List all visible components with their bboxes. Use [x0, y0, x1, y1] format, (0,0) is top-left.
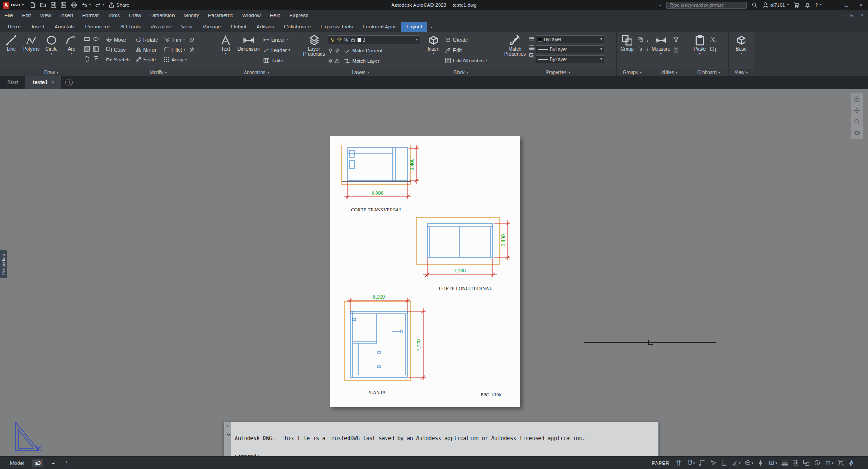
maximize-button[interactable]: □ — [841, 2, 852, 8]
account-button[interactable]: al7161▾ — [762, 2, 789, 8]
cut-icon[interactable] — [710, 37, 716, 43]
object-color-dropdown[interactable]: ByLayer▾ — [536, 35, 604, 43]
insert-block-button[interactable]: Insert▾ — [424, 33, 443, 69]
model-tab[interactable]: Model — [7, 459, 27, 467]
leader-button[interactable]: Leader▾ — [262, 46, 291, 54]
ribbon-tab-output[interactable]: Output — [226, 22, 252, 32]
ribbon-tab-layout[interactable]: Layout — [401, 22, 427, 32]
new-layout-button[interactable]: + — [49, 459, 57, 467]
polyline-button[interactable]: Polyline — [22, 33, 41, 69]
layout-tab-a3[interactable]: a3 — [32, 459, 43, 467]
notifications-button[interactable] — [804, 2, 811, 8]
layer-lock-tool-icon[interactable] — [335, 58, 340, 64]
customization-icon[interactable]: ≡ — [859, 460, 863, 466]
copy-clip-icon[interactable] — [710, 47, 716, 53]
copy-button[interactable]: Copy — [105, 45, 131, 54]
object-snap-icon[interactable]: ▾ — [768, 460, 777, 466]
menu-format[interactable]: Format — [78, 10, 103, 20]
layer-freeze-tool-icon[interactable] — [328, 58, 333, 64]
erase-tool-icon[interactable] — [189, 37, 195, 43]
menu-tools[interactable]: Tools — [103, 10, 124, 20]
dimension-button[interactable]: Dimension — [236, 33, 261, 69]
paste-button[interactable]: Paste▾ — [691, 33, 709, 69]
menu-insert[interactable]: Insert — [56, 10, 78, 20]
layer-dropdown[interactable]: 0 ▾ — [328, 35, 420, 44]
drawing-planta[interactable]: 6,000 7,000 PLANTA — [344, 294, 426, 395]
undo-button[interactable]: ▾ — [81, 2, 91, 8]
stretch-button[interactable]: Stretch — [105, 55, 131, 64]
ribbon-tab-insert[interactable]: Insert — [27, 22, 50, 32]
infer-constraints-icon[interactable] — [699, 460, 706, 466]
selection-cycling-icon[interactable] — [803, 460, 810, 466]
lineweight-settings-icon[interactable] — [529, 44, 535, 50]
file-tab-teste1[interactable]: teste1× — [25, 76, 61, 89]
create-block-button[interactable]: Create — [444, 35, 488, 44]
group-selection-icon[interactable] — [638, 46, 646, 54]
ungroup-icon[interactable] — [638, 37, 646, 45]
paper-space-toggle[interactable]: PAPER — [652, 460, 670, 466]
panel-label-clipboard[interactable]: Clipboard▾ — [689, 69, 728, 76]
ribbon-tab-express-tools[interactable]: Express Tools — [316, 22, 358, 32]
zoom-icon[interactable] — [854, 118, 860, 125]
match-properties-button[interactable]: Match Properties — [502, 33, 528, 69]
command-customize-wrench-icon[interactable] — [225, 432, 231, 437]
new-file-button[interactable] — [29, 2, 36, 8]
base-view-button[interactable]: Base▾ — [732, 33, 750, 69]
table-button[interactable]: Table — [262, 56, 291, 65]
help-button[interactable]: ?▾ — [815, 2, 821, 8]
arc-button[interactable]: Arc▾ — [62, 33, 81, 69]
panel-label-view[interactable]: View▾ — [729, 69, 754, 76]
linetype-dropdown[interactable]: ByLayer▾ — [536, 55, 604, 63]
isometric-drafting-icon[interactable]: ▾ — [745, 460, 754, 466]
ribbon-tab-manage[interactable]: Manage — [197, 22, 226, 32]
minimize-button[interactable]: ─ — [826, 2, 837, 8]
text-button[interactable]: Text▾ — [216, 33, 235, 69]
properties-palette-tab[interactable]: Properties — [0, 250, 7, 278]
measure-button[interactable]: Measure▾ — [650, 33, 672, 69]
gradient-tool-icon[interactable] — [93, 46, 100, 54]
ribbon-display-toggle[interactable]: ▾ — [427, 23, 436, 32]
menu-window[interactable]: Window — [238, 10, 265, 20]
line-button[interactable]: Line — [2, 33, 21, 69]
save-button[interactable] — [50, 2, 57, 8]
offset-tool-icon[interactable] — [93, 56, 100, 64]
command-close-icon[interactable]: × — [226, 423, 229, 428]
object-snap-tracking-icon[interactable] — [757, 460, 764, 466]
snap-mode-icon[interactable]: ▾ — [686, 460, 695, 466]
scale-button[interactable]: Scale — [134, 55, 159, 64]
transparency-settings-icon[interactable] — [529, 53, 535, 59]
grid-display-icon[interactable] — [675, 460, 682, 466]
dynamic-input-icon[interactable] — [710, 460, 717, 466]
autocad-app-button[interactable]: A CAD ▾ — [3, 2, 24, 9]
isolate-objects-icon[interactable] — [837, 460, 844, 466]
layer-isolate-icon[interactable] — [328, 48, 333, 53]
share-button[interactable]: Share — [108, 2, 129, 8]
new-tab-button[interactable]: + — [65, 79, 73, 86]
ellipse-tool-icon[interactable] — [93, 36, 100, 44]
plot-button[interactable] — [71, 2, 77, 8]
quick-select-icon[interactable] — [673, 37, 679, 43]
orbit-icon[interactable] — [854, 130, 860, 136]
menu-draw[interactable]: Draw — [124, 10, 146, 20]
panel-label-modify[interactable]: Modify▾ — [103, 69, 214, 76]
mirror-button[interactable]: Mirror — [134, 45, 159, 54]
search-expand-icon[interactable]: ▸ — [660, 3, 662, 7]
rectangle-tool-icon[interactable] — [84, 36, 91, 44]
transparency-icon[interactable] — [792, 460, 799, 466]
menu-dimension[interactable]: Dimension — [146, 10, 179, 20]
panel-label-draw[interactable]: Draw▾ — [0, 69, 103, 76]
close-tab-icon[interactable]: × — [52, 80, 55, 85]
edit-attributes-button[interactable]: Edit Attributes▾ — [444, 56, 488, 65]
panel-label-properties[interactable]: Properties▾ — [500, 69, 616, 76]
menu-parametric[interactable]: Parametric — [203, 10, 238, 20]
graphics-performance-icon[interactable] — [848, 460, 855, 466]
ribbon-tab-view[interactable]: View — [176, 22, 197, 32]
region-tool-icon[interactable] — [84, 56, 91, 64]
layout-paper-sheet[interactable]: 6,000 3,400 CORTE TRANSVERSAL — [330, 136, 520, 407]
layer-unisolate-icon[interactable] — [335, 48, 340, 53]
hatch-tool-icon[interactable] — [84, 46, 91, 54]
explode-tool-icon[interactable] — [189, 47, 195, 53]
match-layer-button[interactable]: Match Layer — [343, 56, 381, 65]
menu-file[interactable]: File — [0, 10, 18, 20]
fillet-button[interactable]: Fillet▾ — [162, 45, 188, 54]
